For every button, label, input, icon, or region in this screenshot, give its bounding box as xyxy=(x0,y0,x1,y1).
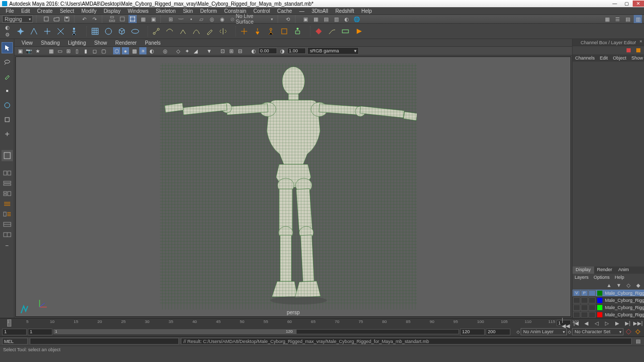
snap-live-icon[interactable]: ◎ xyxy=(208,15,216,23)
select-tool[interactable] xyxy=(2,42,13,53)
layer-type-toggle[interactable] xyxy=(588,290,596,296)
menu-select[interactable]: Select xyxy=(56,8,78,14)
range-end-abs[interactable]: 200 xyxy=(486,329,510,335)
layer-new-empty-icon[interactable]: ◇ xyxy=(624,281,633,289)
command-input[interactable] xyxy=(30,338,179,345)
history-icon[interactable]: ⟲ xyxy=(284,15,292,23)
menu-file[interactable]: File xyxy=(2,8,17,14)
move-tool[interactable] xyxy=(2,85,13,97)
layer-row[interactable]: Male_Cyborg_Rigged_ xyxy=(573,297,644,303)
vtb-aa-icon[interactable]: ◢ xyxy=(192,47,199,54)
hypershade-icon[interactable]: ◐ xyxy=(342,15,351,23)
vtb-grid-icon[interactable]: ⊞ xyxy=(65,47,72,54)
layer-row[interactable]: Male_Cyborg_Rigged_ xyxy=(573,304,644,311)
render-settings-icon[interactable]: ▤ xyxy=(322,15,330,23)
vtb-imgplane-icon[interactable]: ▦ xyxy=(47,47,54,54)
menu-control[interactable]: Control xyxy=(250,8,273,14)
play-fwd-icon[interactable]: ▷ xyxy=(603,319,611,327)
vtb-2d-icon[interactable]: ▭ xyxy=(56,47,63,54)
layout-single[interactable] xyxy=(2,150,13,161)
shelf-dope-icon[interactable] xyxy=(340,26,351,36)
new-scene-icon[interactable] xyxy=(42,15,50,23)
shelf-stick-icon[interactable] xyxy=(69,26,79,36)
layer-tab-display[interactable]: Display xyxy=(573,266,594,274)
layout-persp-out[interactable] xyxy=(2,211,13,218)
window-close-button[interactable]: ✕ xyxy=(633,1,644,7)
panel-menu-show[interactable]: Show xyxy=(90,40,111,46)
last-tool[interactable] xyxy=(2,128,13,140)
shelf-pose-icon[interactable] xyxy=(292,26,303,36)
step-fwd-key-icon[interactable]: ▶| xyxy=(623,319,632,327)
vtb-isolate-icon[interactable]: ◎ xyxy=(161,47,169,54)
layer-moveup-icon[interactable]: ▲ xyxy=(605,281,613,289)
panel-layout-1-icon[interactable]: ▦ xyxy=(603,15,611,23)
panel-close-icon[interactable]: ✕ xyxy=(639,40,643,44)
vtb-smoothshade-icon[interactable]: ● xyxy=(122,47,129,54)
shelf-bind-icon[interactable] xyxy=(164,26,175,36)
layer-color-swatch[interactable] xyxy=(597,312,602,317)
layer-playback-toggle[interactable] xyxy=(581,297,588,303)
layout-minus[interactable]: – xyxy=(2,241,13,249)
vtb-bookmark-icon[interactable]: ★ xyxy=(34,47,41,54)
color-management-selector[interactable]: sRGB gamma xyxy=(307,47,359,54)
shelf-playblast-icon[interactable] xyxy=(354,26,364,36)
script-editor-icon[interactable]: ▤ xyxy=(634,337,642,346)
vtb-shadows-icon[interactable]: ◐ xyxy=(148,47,155,54)
shelf-setkey-icon[interactable] xyxy=(314,26,324,36)
menu-skeleton[interactable]: Skeleton xyxy=(152,8,179,14)
shelf-paint-icon[interactable] xyxy=(205,26,215,36)
snap-grid-icon[interactable]: ⊞ xyxy=(167,15,175,23)
layer-playback-toggle[interactable] xyxy=(581,304,588,311)
vtb-resgate-icon[interactable]: ▮ xyxy=(82,47,89,54)
vtb-gate-icon[interactable]: ◻ xyxy=(91,47,98,54)
ch-tab-edit[interactable]: Edit xyxy=(597,55,611,61)
vtb-xray-icon[interactable]: ◇ xyxy=(175,47,182,54)
panel-menu-renderer[interactable]: Renderer xyxy=(111,40,141,46)
near-clip-field[interactable]: 0.00 xyxy=(259,48,277,54)
far-clip-field[interactable]: 1.00 xyxy=(287,48,306,54)
layout-two-h[interactable] xyxy=(2,180,13,187)
layout-misc2[interactable] xyxy=(2,231,13,238)
script-lang-selector[interactable]: MEL xyxy=(2,338,28,345)
rotate-tool[interactable] xyxy=(2,100,13,111)
shelf-slice-icon[interactable] xyxy=(42,26,52,36)
layer-menu-help[interactable]: Help xyxy=(615,275,624,280)
vtb-snap1-icon[interactable]: ⊡ xyxy=(219,47,226,54)
menu-help[interactable]: Help xyxy=(358,8,376,14)
vtb-textured-icon[interactable]: ▩ xyxy=(131,47,138,54)
channel-preset2-icon[interactable] xyxy=(634,46,642,54)
shelf-cube-icon[interactable] xyxy=(117,26,127,36)
shelf-axis-icon[interactable] xyxy=(56,26,66,36)
panel-layout-3-icon[interactable]: ▤ xyxy=(623,15,632,23)
character-set-selector[interactable]: No Character Set xyxy=(572,328,623,335)
live-surface-selector[interactable]: ⊘ No Live Surface xyxy=(228,15,274,23)
ch-tab-show[interactable]: Show xyxy=(629,55,644,61)
layer-color-swatch[interactable] xyxy=(597,298,602,303)
menu-edit[interactable]: Edit xyxy=(17,8,33,14)
menu-create[interactable]: Create xyxy=(33,8,56,14)
step-fwd-icon[interactable]: ▶ xyxy=(613,319,621,327)
range-end[interactable]: 120 xyxy=(460,329,485,335)
prefs-icon[interactable] xyxy=(634,328,642,336)
layer-playback-toggle[interactable] xyxy=(581,312,588,318)
sel-component-icon[interactable] xyxy=(128,15,137,23)
shelf-editor-icon[interactable]: ⚙ xyxy=(4,32,10,38)
panel-menu-shading[interactable]: Shading xyxy=(37,40,64,46)
layer-vis-toggle[interactable] xyxy=(573,312,580,318)
vtb-camera-icon[interactable]: 📷 xyxy=(25,47,32,54)
window-minimize-button[interactable]: — xyxy=(609,1,620,7)
panel-layout-2-icon[interactable]: ☰ xyxy=(613,15,621,23)
shelf-aim-icon[interactable] xyxy=(252,26,263,36)
open-scene-icon[interactable] xyxy=(52,15,61,23)
shelf-wrap-icon[interactable] xyxy=(130,26,140,36)
panel-menu-lighting[interactable]: Lighting xyxy=(64,40,90,46)
sel-template-icon[interactable]: ▦ xyxy=(139,15,147,23)
layer-type-toggle[interactable] xyxy=(588,297,596,303)
goto-start-icon[interactable]: |◀◀ xyxy=(562,319,570,327)
layout-misc1[interactable] xyxy=(2,221,13,228)
vtb-snap3-icon[interactable]: ⊟ xyxy=(236,47,244,54)
shelf-graph-icon[interactable] xyxy=(327,26,337,36)
vtb-gamma-icon[interactable]: ◑ xyxy=(279,47,286,54)
layer-vis-toggle[interactable] xyxy=(573,304,580,311)
layer-new-selected-icon[interactable]: ◆ xyxy=(634,281,642,289)
